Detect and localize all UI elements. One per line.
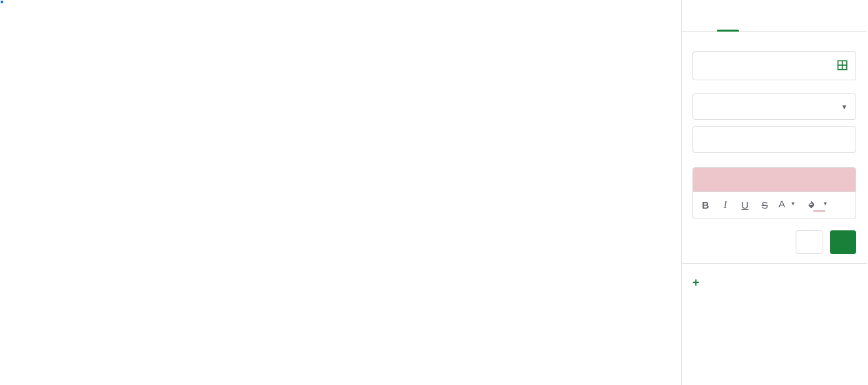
cancel-button[interactable] xyxy=(796,230,823,254)
fill-color-button[interactable]: ▼ xyxy=(807,199,831,212)
apply-range-field[interactable] xyxy=(692,51,856,80)
italic-button[interactable]: I xyxy=(719,199,731,211)
tab-single-color[interactable] xyxy=(682,0,775,31)
range-input[interactable] xyxy=(700,61,836,71)
done-button[interactable] xyxy=(830,230,856,254)
underline-button[interactable]: U xyxy=(739,199,751,211)
chevron-down-icon: ▼ xyxy=(841,103,848,111)
format-toolbar: B I U S A▼ ▼ xyxy=(692,192,856,218)
tab-color-scale[interactable] xyxy=(775,0,867,31)
add-rule-button[interactable]: + xyxy=(682,263,867,301)
text-color-button[interactable]: A▼ xyxy=(779,198,799,212)
formula-field[interactable] xyxy=(692,126,856,153)
formula-input[interactable] xyxy=(701,135,848,145)
strikethrough-button[interactable]: S xyxy=(759,199,771,211)
condition-select[interactable]: ▼ xyxy=(692,93,856,120)
spreadsheet-grid[interactable] xyxy=(0,0,681,385)
style-preview xyxy=(692,167,856,192)
grid-select-icon[interactable] xyxy=(836,59,849,74)
bold-button[interactable]: B xyxy=(700,199,711,211)
plus-icon: + xyxy=(692,276,700,290)
conditional-format-sidebar: ▼ B I U S A▼ ▼ xyxy=(681,0,867,385)
